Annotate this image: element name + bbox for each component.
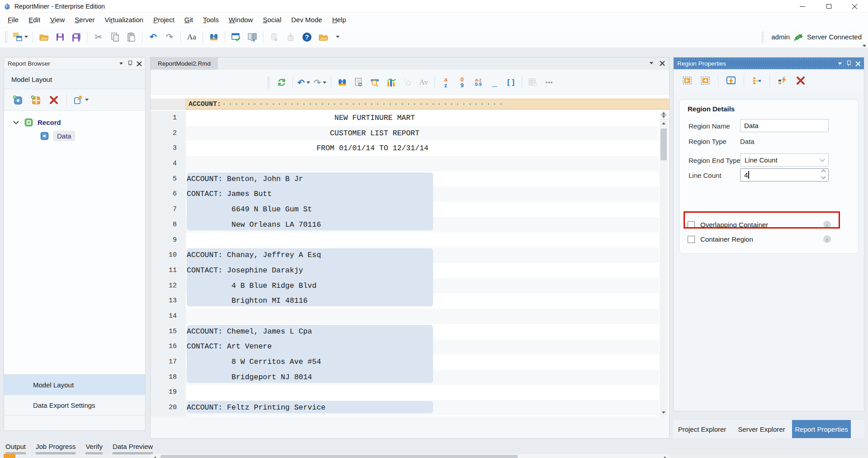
preview-button[interactable] <box>367 75 382 90</box>
next-region-button[interactable] <box>698 73 713 88</box>
menu-item-edit[interactable]: Edit <box>24 14 45 25</box>
vertical-scroll-thumb[interactable] <box>660 129 667 160</box>
close-button[interactable] <box>842 0 868 13</box>
doc-line[interactable]: 1 NEW FURTINURE MART <box>151 110 659 126</box>
save-button[interactable] <box>52 29 68 45</box>
doc-toolbar-grip[interactable] <box>267 76 270 88</box>
overlapping-container-row[interactable]: Overlapping Container <box>688 221 768 229</box>
toolbar-drag-grip[interactable] <box>5 31 7 43</box>
field-list-button[interactable] <box>749 73 764 88</box>
doc-line[interactable]: 2 CUSTOMER LIST REPORT <box>151 126 659 141</box>
account-region-header[interactable]: ACCOUNT: ·······························… <box>186 99 669 110</box>
menu-item-help[interactable]: Help <box>327 14 351 25</box>
add-numeric-field-button[interactable]: 0 9 <box>454 75 470 90</box>
doc-line[interactable]: 9 <box>151 233 659 248</box>
tab-project-explorer[interactable]: Project Explorer <box>673 420 731 438</box>
panel-menu-caret[interactable] <box>838 62 842 65</box>
toolbar-options-caret[interactable] <box>863 45 866 47</box>
menu-item-virtualization[interactable]: Virtualization <box>100 14 149 25</box>
tab-output[interactable]: Output <box>4 441 28 455</box>
doc-line[interactable]: 8 New Orleans LA 70116 <box>151 217 659 233</box>
horizontal-scroll-thumb[interactable] <box>160 455 518 458</box>
toolbar-overflow-caret[interactable] <box>336 36 340 38</box>
scroll-down-arrow[interactable] <box>660 409 668 416</box>
doc-line[interactable]: 17 8 W Cerritos Ave #54 <box>151 354 659 370</box>
menu-item-git[interactable]: Git <box>179 14 198 25</box>
tree-item-record[interactable]: Record <box>4 115 145 129</box>
doc-line[interactable]: 3 FROM 01/01/14 TO 12/31/14 <box>151 141 659 156</box>
add-region-button[interactable] <box>10 92 25 108</box>
menu-item-dev-mode[interactable]: Dev Mode <box>286 14 327 25</box>
tab-verify[interactable]: Verify <box>84 441 104 455</box>
split-handle-icon[interactable] <box>660 110 668 119</box>
redo-history-caret[interactable] <box>323 81 326 84</box>
doc-line[interactable]: 11CONTACT: Josephine Darakjy <box>151 263 659 278</box>
panel-close-icon[interactable] <box>855 61 860 66</box>
info-icon[interactable]: i <box>823 235 831 243</box>
copy-button[interactable] <box>107 29 123 45</box>
verify-window-button[interactable] <box>228 29 244 45</box>
doc-undo-button[interactable]: ↶ <box>296 75 311 90</box>
spin-up-icon[interactable] <box>821 170 826 174</box>
report-options-button[interactable] <box>351 75 366 90</box>
panel-menu-caret[interactable] <box>119 62 123 65</box>
horizontal-scrollbar[interactable] <box>151 454 669 458</box>
doc-line[interactable]: 16CONTACT: Art Venere <box>151 339 659 354</box>
deploy-button[interactable] <box>283 29 298 45</box>
region-name-input[interactable]: Data <box>740 119 829 132</box>
undo-button[interactable]: ↶ <box>146 29 161 45</box>
auto-create-fields-button[interactable] <box>775 73 790 88</box>
more-tools-button[interactable]: ••• <box>542 75 557 90</box>
analytics-button[interactable] <box>383 75 399 90</box>
overlapping-container-checkbox[interactable] <box>688 221 695 229</box>
container-region-row[interactable]: Container Region <box>688 235 753 243</box>
undo-history-caret[interactable] <box>307 81 310 84</box>
tab-server-explorer[interactable]: Server Explorer <box>731 420 792 438</box>
doc-line[interactable]: 20ACCOUNT: Feltz Printing Service <box>151 400 659 415</box>
tree-item-data[interactable]: Data <box>4 129 145 143</box>
cut-button[interactable]: ✂ <box>91 29 106 45</box>
redo-button[interactable]: ↷ <box>162 29 177 45</box>
nav-model-layout[interactable]: Model Layout <box>4 374 145 395</box>
export-button[interactable] <box>72 92 90 108</box>
new-report-model-button[interactable] <box>11 29 29 45</box>
doc-find-button[interactable] <box>335 75 350 90</box>
scroll-up-arrow[interactable] <box>660 119 668 127</box>
new-dropdown-caret[interactable] <box>24 36 28 38</box>
scroll-left-arrow[interactable] <box>151 454 159 458</box>
tab-report-properties[interactable]: Report Properties <box>792 420 851 438</box>
tab-close-icon[interactable] <box>660 61 665 66</box>
tab-reportmodel2[interactable]: ReportModel2.Rmd <box>151 57 218 70</box>
menu-item-server[interactable]: Server <box>70 14 99 25</box>
menu-item-social[interactable]: Social <box>258 14 286 25</box>
doc-line[interactable]: 5ACCOUNT: Benton, John B Jr <box>151 172 659 187</box>
doc-font-button[interactable]: Av <box>416 75 431 90</box>
doc-line[interactable]: 15ACCOUNT: Chemel, James L Cpa <box>151 324 659 339</box>
doc-line[interactable]: 10ACCOUNT: Chanay, Jeffrey A Esq <box>151 248 659 263</box>
paste-button[interactable] <box>123 29 139 45</box>
scroll-right-arrow[interactable] <box>661 454 669 458</box>
open-report-button[interactable] <box>316 29 331 45</box>
add-bracket-field-button[interactable]: [ ] <box>503 75 519 90</box>
nav-data-export-settings[interactable]: Data Export Settings <box>4 395 145 415</box>
add-alphanumeric-field-button[interactable]: a-z 0-9 <box>471 75 486 90</box>
refresh-button[interactable] <box>274 75 289 90</box>
info-icon[interactable]: i <box>823 221 831 229</box>
database-lookup-button[interactable] <box>267 29 282 45</box>
save-all-button[interactable] <box>69 29 84 45</box>
delete-node-button[interactable] <box>46 92 61 108</box>
menu-item-view[interactable]: View <box>45 14 70 25</box>
open-button[interactable] <box>36 29 52 45</box>
add-text-field-button[interactable]: a z <box>438 75 453 90</box>
maximize-button[interactable] <box>816 0 842 13</box>
spin-down-icon[interactable] <box>821 175 826 179</box>
delete-region-button[interactable] <box>793 73 808 88</box>
doc-line[interactable]: 18 Bridgeport NJ 8014 <box>151 370 659 385</box>
previous-region-button[interactable] <box>679 73 695 88</box>
add-blank-field-button[interactable]: _ <box>487 75 502 90</box>
doc-line[interactable]: 7 6649 N Blue Gum St <box>151 202 659 217</box>
tab-data-preview[interactable]: Data Preview <box>111 441 155 455</box>
doc-redo-button[interactable]: ↷ <box>312 75 328 90</box>
region-end-type-dropdown[interactable]: Line Count <box>740 153 829 167</box>
font-button[interactable]: Aa <box>184 29 199 45</box>
